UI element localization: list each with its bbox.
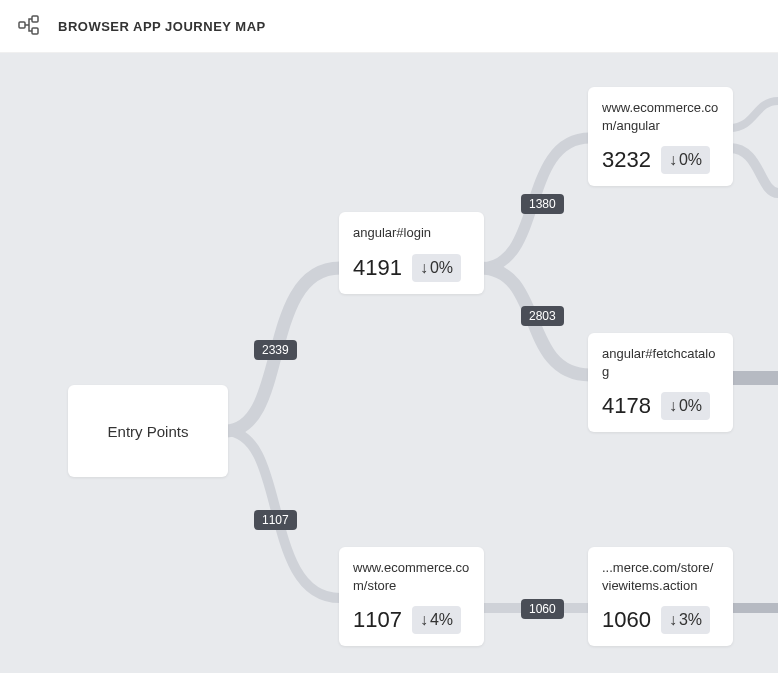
entry-node[interactable]: Entry Points <box>68 385 228 477</box>
node-count: 4178 <box>602 393 651 419</box>
node-label: www.ecommerce.com/store <box>353 559 470 594</box>
drop-badge: ↓0% <box>661 392 710 420</box>
node-label: angular#fetchcatalog <box>602 345 719 380</box>
svg-rect-1 <box>32 16 38 22</box>
drop-badge: ↓0% <box>412 254 461 282</box>
node-label: angular#login <box>353 224 470 242</box>
node-metrics: 4191 ↓0% <box>353 254 470 282</box>
drop-badge: ↓0% <box>661 146 710 174</box>
node-label: ...merce.com/store/viewitems.action <box>602 559 719 594</box>
node-metrics: 4178 ↓0% <box>602 392 719 420</box>
edge-label: 2803 <box>521 306 564 326</box>
svg-rect-0 <box>19 22 25 28</box>
header: BROWSER APP JOURNEY MAP <box>0 0 778 53</box>
arrow-down-icon: ↓ <box>669 612 677 628</box>
journey-map-icon <box>18 15 40 37</box>
arrow-down-icon: ↓ <box>420 612 428 628</box>
entry-label: Entry Points <box>108 423 189 440</box>
node-count: 4191 <box>353 255 402 281</box>
edge-label: 1380 <box>521 194 564 214</box>
node-metrics: 1060 ↓3% <box>602 606 719 634</box>
node-fetchcatalog[interactable]: angular#fetchcatalog 4178 ↓0% <box>588 333 733 432</box>
page-title: BROWSER APP JOURNEY MAP <box>58 19 266 34</box>
edge-label: 1107 <box>254 510 297 530</box>
drop-badge: ↓3% <box>661 606 710 634</box>
edge-label: 2339 <box>254 340 297 360</box>
node-angular[interactable]: www.ecommerce.com/angular 3232 ↓0% <box>588 87 733 186</box>
node-viewitems[interactable]: ...merce.com/store/viewitems.action 1060… <box>588 547 733 646</box>
node-metrics: 3232 ↓0% <box>602 146 719 174</box>
svg-rect-2 <box>32 28 38 34</box>
arrow-down-icon: ↓ <box>669 152 677 168</box>
node-metrics: 1107 ↓4% <box>353 606 470 634</box>
node-login[interactable]: angular#login 4191 ↓0% <box>339 212 484 294</box>
node-store[interactable]: www.ecommerce.com/store 1107 ↓4% <box>339 547 484 646</box>
arrow-down-icon: ↓ <box>420 260 428 276</box>
node-count: 1060 <box>602 607 651 633</box>
node-count: 1107 <box>353 607 402 633</box>
arrow-down-icon: ↓ <box>669 398 677 414</box>
node-count: 3232 <box>602 147 651 173</box>
journey-canvas[interactable]: Entry Points angular#login 4191 ↓0% www.… <box>0 53 778 673</box>
drop-badge: ↓4% <box>412 606 461 634</box>
node-label: www.ecommerce.com/angular <box>602 99 719 134</box>
edge-label: 1060 <box>521 599 564 619</box>
